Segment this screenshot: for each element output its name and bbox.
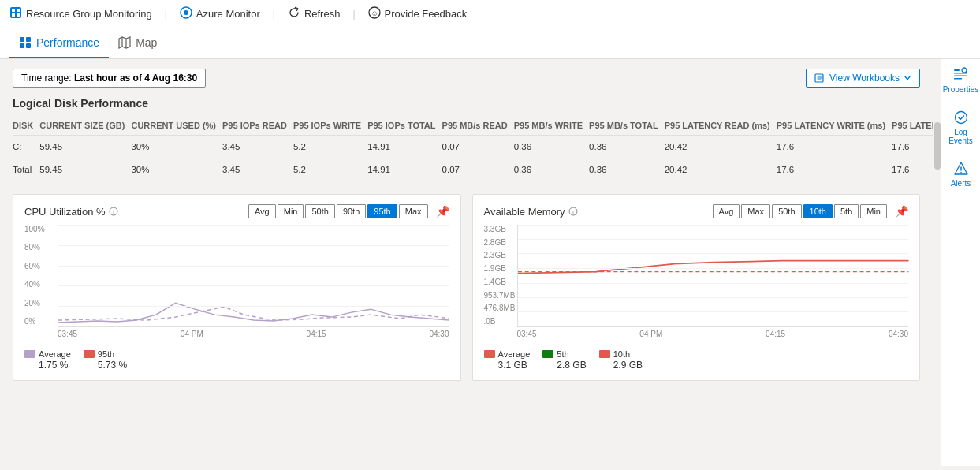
svg-text:☺: ☺: [371, 9, 378, 17]
tab-map[interactable]: Map: [109, 28, 166, 58]
svg-rect-10: [26, 37, 31, 42]
time-range-button[interactable]: Time range: Last hour as of 4 Aug 16:30: [13, 69, 206, 88]
cpu-chart-legend: Average 1.75 % 95th 5.73 %: [24, 349, 449, 371]
mem-btn-5th[interactable]: 5th: [834, 204, 859, 218]
properties-icon: [952, 67, 968, 83]
alerts-label: Alerts: [951, 179, 971, 188]
memory-chart-legend: Average 3.1 GB 5th 2.8 GB: [484, 349, 909, 371]
log-events-btn[interactable]: Log Events: [941, 110, 980, 145]
memory-chart-area: 3.3GB2.8GB2.3GB1.9GB1.4GB953.7MB476.8MB.…: [484, 225, 909, 343]
properties-btn[interactable]: Properties: [943, 67, 979, 94]
col-mbs-total: P95 MB/s TOTAL: [589, 118, 665, 136]
refresh-btn[interactable]: Refresh: [288, 6, 341, 21]
azure-monitor-btn[interactable]: Azure Monitor: [180, 6, 260, 21]
cpu-pin-icon[interactable]: 📌: [436, 205, 449, 218]
alerts-btn[interactable]: Alerts: [951, 161, 971, 188]
performance-tab-icon: [19, 36, 32, 49]
col-used: CURRENT USED (%): [131, 118, 222, 136]
chevron-down-icon: [904, 74, 911, 82]
resource-group-label: Resource Group Monitoring: [26, 8, 152, 20]
mem-10th-swatch: [599, 350, 610, 358]
col-iops-write: P95 IOPs WRITE: [293, 118, 367, 136]
cpu-btn-max[interactable]: Max: [399, 204, 428, 218]
charts-row: CPU Utilization % i AvgMin50th90th95thMa…: [13, 194, 920, 381]
mem-btn-avg[interactable]: Avg: [713, 204, 740, 218]
svg-rect-4: [17, 13, 20, 17]
disk-section: Logical Disk Performance DISK CURRENT SI…: [13, 97, 920, 181]
cpu-chart-title: CPU Utilization % i: [24, 206, 118, 218]
mem-btn-max[interactable]: Max: [741, 204, 770, 218]
disk-section-title: Logical Disk Performance: [13, 97, 920, 110]
table-row: C:59.4530%3.455.214.910.070.360.3620.421…: [13, 136, 933, 159]
content-area: Time range: Last hour as of 4 Aug 16:30 …: [0, 59, 933, 466]
svg-rect-22: [954, 69, 960, 71]
memory-chart-header: Available Memory i AvgMax50th10th5thMin …: [484, 204, 909, 218]
svg-point-6: [184, 10, 188, 15]
svg-rect-24: [954, 76, 967, 77]
cpu-legend-95th: 95th 5.73 %: [84, 349, 127, 371]
mem-btn-50th[interactable]: 50th: [772, 204, 801, 218]
svg-rect-25: [954, 78, 962, 80]
cpu-btn-95th[interactable]: 95th: [367, 204, 397, 218]
mem-legend-avg: Average 3.1 GB: [484, 349, 531, 371]
svg-rect-1: [12, 9, 15, 12]
cpu-chart-card: CPU Utilization % i AvgMin50th90th95thMa…: [13, 194, 461, 381]
tab-performance-label: Performance: [36, 36, 99, 49]
cpu-btn-avg[interactable]: Avg: [248, 204, 276, 218]
properties-label: Properties: [943, 85, 979, 94]
cpu-info-icon: i: [109, 207, 118, 216]
avg-swatch: [24, 350, 35, 358]
tab-performance[interactable]: Performance: [9, 28, 109, 58]
resource-group-monitoring-btn[interactable]: Resource Group Monitoring: [9, 6, 152, 21]
svg-rect-0: [10, 7, 21, 18]
col-iops-read: P95 IOPs READ: [222, 118, 293, 136]
disk-table-header-row: DISK CURRENT SIZE (GB) CURRENT USED (%) …: [13, 118, 933, 136]
mem-legend-5th: 5th 2.8 GB: [542, 349, 586, 371]
mem-5th-swatch: [542, 350, 553, 358]
cpu-btn-50th[interactable]: 50th: [305, 204, 334, 218]
scrollbar-track[interactable]: [933, 59, 941, 466]
memory-x-labels: 03:4504 PM04:1504:30: [517, 327, 909, 343]
col-lat-write: P95 LATENCY WRITE (ms): [777, 118, 892, 136]
mem-legend-10th: 10th 2.9 GB: [599, 349, 643, 371]
cpu-x-labels: 03:4504 PM04:1504:30: [58, 327, 449, 343]
disk-table: DISK CURRENT SIZE (GB) CURRENT USED (%) …: [13, 118, 933, 181]
scrollbar-thumb[interactable]: [934, 122, 941, 170]
svg-rect-2: [17, 9, 20, 12]
svg-rect-3: [12, 13, 15, 17]
cpu-chart-area: 100%80%60%40%20%0%: [24, 225, 449, 343]
table-row: Total59.4530%3.455.214.910.070.360.3620.…: [13, 159, 933, 181]
time-range-label: Time range:: [21, 73, 72, 84]
cpu-legend-avg: Average 1.75 %: [24, 349, 71, 371]
view-workbooks-label: View Workbooks: [829, 73, 900, 84]
memory-pin-icon[interactable]: 📌: [895, 205, 908, 218]
cpu-chart-svg: [58, 225, 449, 326]
mem-btn-10th[interactable]: 10th: [803, 204, 833, 218]
feedback-btn[interactable]: ☺ Provide Feedback: [368, 6, 468, 21]
cpu-chart-plot: [58, 225, 449, 327]
monitor-icon: [180, 6, 192, 21]
workbooks-icon: [814, 73, 825, 84]
tab-map-label: Map: [136, 36, 157, 49]
view-workbooks-button[interactable]: View Workbooks: [806, 69, 920, 88]
mem-btn-min[interactable]: Min: [860, 204, 887, 218]
svg-rect-12: [26, 43, 31, 48]
cpu-btn-min[interactable]: Min: [278, 204, 304, 218]
rg-icon: [9, 6, 22, 21]
tabs-bar: Performance Map: [0, 28, 980, 59]
svg-marker-13: [119, 37, 130, 48]
cpu-y-labels: 100%80%60%40%20%0%: [24, 225, 58, 327]
svg-point-31: [960, 172, 962, 173]
memory-chart-card: Available Memory i AvgMax50th10th5thMin …: [472, 194, 921, 381]
memory-chart-buttons: AvgMax50th10th5thMin: [713, 204, 887, 218]
svg-text:i: i: [113, 210, 114, 215]
svg-text:i: i: [572, 210, 574, 215]
alerts-icon: [953, 161, 969, 177]
col-lat-total: P95 LATENCY TOTAL (r: [892, 118, 933, 136]
col-lat-read: P95 LATENCY READ (ms): [665, 118, 777, 136]
map-tab-icon: [118, 36, 131, 49]
memory-chart-title: Available Memory i: [484, 206, 578, 218]
cpu-btn-90th[interactable]: 90th: [337, 204, 366, 218]
log-events-icon: [953, 110, 969, 125]
main-content: Time range: Last hour as of 4 Aug 16:30 …: [0, 59, 980, 466]
